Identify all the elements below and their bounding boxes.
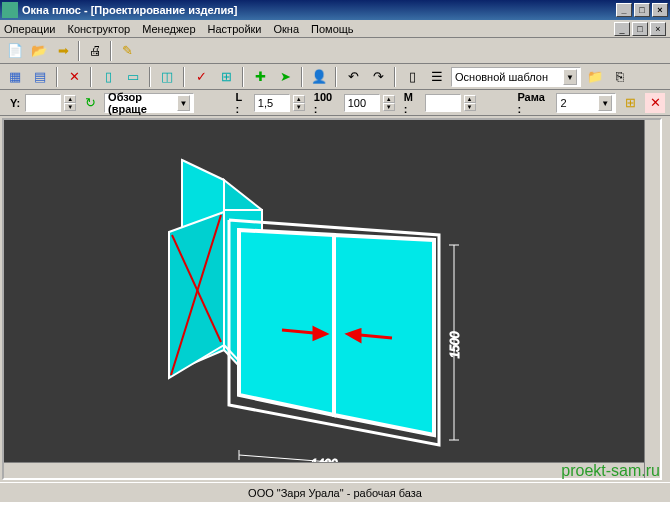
grid-icon[interactable]: ▦: [4, 66, 26, 88]
folder-icon[interactable]: 📁: [584, 66, 606, 88]
new-icon[interactable]: 📄: [4, 40, 26, 62]
menu-manager[interactable]: Менеджер: [142, 23, 195, 35]
tool-icon[interactable]: ✎: [116, 40, 138, 62]
menu-windows[interactable]: Окна: [274, 23, 300, 35]
m-spinner[interactable]: ▲▼: [464, 95, 476, 111]
restore-button[interactable]: □: [634, 3, 650, 17]
row-icon[interactable]: ▭: [122, 66, 144, 88]
page-icon[interactable]: ▯: [401, 66, 423, 88]
menu-operations[interactable]: Операции: [4, 23, 55, 35]
rama-combo[interactable]: 2 ▼: [556, 93, 616, 113]
scrollbar-vertical[interactable]: [644, 120, 660, 478]
toolbar-file: 📄 📂 ➡ 🖨 ✎: [0, 38, 670, 64]
mdi-minimize-button[interactable]: _: [614, 22, 630, 36]
hundred-label: 100 :: [314, 91, 339, 115]
copy-icon[interactable]: ⎘: [609, 66, 631, 88]
undo-icon[interactable]: ↶: [342, 66, 364, 88]
hundred-input[interactable]: [344, 94, 380, 112]
menu-settings[interactable]: Настройки: [208, 23, 262, 35]
rama-label: Рама :: [517, 91, 551, 115]
drawing-viewport: 1400 1500: [4, 120, 644, 466]
template-combo-value: Основной шаблон: [455, 71, 548, 83]
dim-height: 1500: [448, 331, 462, 358]
window-title: Окна плюс - [Проектирование изделия]: [22, 4, 616, 16]
status-text: ООО "Заря Урала" - рабочая база: [248, 487, 422, 499]
param-icon[interactable]: ⊞: [619, 92, 641, 114]
m-label: M :: [404, 91, 420, 115]
canvas-area: 1400 1500: [0, 116, 670, 482]
grid2-icon[interactable]: ▤: [29, 66, 51, 88]
mdi-restore-button[interactable]: □: [632, 22, 648, 36]
menu-help[interactable]: Помощь: [311, 23, 354, 35]
print-icon[interactable]: 🖨: [84, 40, 106, 62]
open-icon[interactable]: 📂: [28, 40, 50, 62]
statusbar: ООО "Заря Урала" - рабочая база: [0, 482, 670, 502]
menu-constructor[interactable]: Конструктор: [67, 23, 130, 35]
template-combo[interactable]: Основной шаблон ▼: [451, 67, 581, 87]
obzor-label: Обзор (враще: [108, 91, 173, 115]
list-icon[interactable]: ☰: [426, 66, 448, 88]
layout-icon[interactable]: ⊞: [215, 66, 237, 88]
save-icon[interactable]: ➡: [52, 40, 74, 62]
l-input[interactable]: [254, 94, 290, 112]
add-icon[interactable]: ✚: [249, 66, 271, 88]
menubar: Операции Конструктор Менеджер Настройки …: [0, 20, 670, 38]
hundred-spinner[interactable]: ▲▼: [383, 95, 395, 111]
cancel-icon[interactable]: ✕: [644, 92, 666, 114]
l-spinner[interactable]: ▲▼: [293, 95, 305, 111]
person-icon[interactable]: 👤: [308, 66, 330, 88]
y-input[interactable]: [25, 94, 61, 112]
titlebar: Окна плюс - [Проектирование изделия] _ □…: [0, 0, 670, 20]
y-label: Y:: [10, 97, 20, 109]
check-icon[interactable]: ✓: [190, 66, 212, 88]
mdi-close-button[interactable]: ×: [650, 22, 666, 36]
panel-icon[interactable]: ◫: [156, 66, 178, 88]
obzor-combo[interactable]: Обзор (враще ▼: [104, 93, 194, 113]
rama-value: 2: [560, 97, 566, 109]
toolbar-construct: ▦ ▤ ✕ ▯ ▭ ◫ ✓ ⊞ ✚ ➤ 👤 ↶ ↷ ▯ ☰ Основной ш…: [0, 64, 670, 90]
watermark: proekt-sam.ru: [561, 462, 660, 480]
window-assembly: 1400 1500: [169, 160, 462, 466]
toolbar-params: Y: ▲▼ ↻ Обзор (враще ▼ L : ▲▼ 100 : ▲▼ M…: [0, 90, 670, 116]
minimize-button[interactable]: _: [616, 3, 632, 17]
redo-icon[interactable]: ↷: [367, 66, 389, 88]
close-button[interactable]: ×: [652, 3, 668, 17]
scrollbar-horizontal[interactable]: [4, 462, 644, 478]
column-icon[interactable]: ▯: [97, 66, 119, 88]
svg-marker-6: [239, 230, 334, 415]
delete-icon[interactable]: ✕: [63, 66, 85, 88]
arrow-icon[interactable]: ➤: [274, 66, 296, 88]
app-icon: [2, 2, 18, 18]
design-canvas[interactable]: 1400 1500: [2, 118, 662, 480]
y-spinner[interactable]: ▲▼: [64, 95, 76, 111]
refresh-icon[interactable]: ↻: [79, 92, 101, 114]
m-input[interactable]: [425, 94, 461, 112]
l-label: L :: [236, 91, 249, 115]
